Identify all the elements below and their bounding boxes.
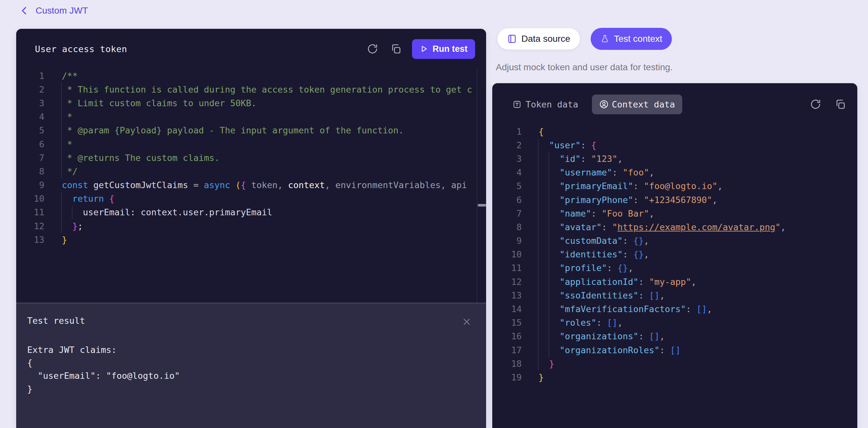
test-result-output: Extra JWT claims:{ "userEmail": "foo@log…	[27, 343, 180, 395]
indent-guide	[61, 83, 62, 178]
line-number: 3	[16, 98, 44, 108]
editor-header: User access token Run test	[16, 29, 486, 69]
tab-data-source-label: Data source	[521, 34, 570, 44]
back-link-custom-jwt[interactable]: Custom JWT	[36, 5, 88, 16]
line-number: 11	[492, 263, 522, 273]
play-icon	[420, 45, 428, 53]
code-line: 3 * Limit custom claims to under 50KB.	[16, 96, 477, 110]
code-line: 8 */	[16, 164, 477, 178]
line-number: 19	[492, 372, 522, 383]
code-line: 7 "name": "Foo Bar",	[492, 207, 857, 220]
panel-left-icon	[507, 34, 517, 44]
code-editor[interactable]: 1/**2 * This function is called during t…	[16, 69, 477, 246]
line-number: 11	[16, 207, 44, 217]
line-number: 10	[492, 249, 522, 259]
line-number: 7	[16, 153, 44, 163]
code-line: 13}	[16, 233, 477, 246]
code-line: 6 *	[16, 137, 477, 151]
code-line: 14 "mfaVerificationFactors": [],	[492, 302, 857, 316]
tab-context-data[interactable]: Context data	[592, 95, 682, 114]
code-line: 1/**	[16, 69, 477, 83]
tab-test-context[interactable]: Test context	[591, 28, 672, 50]
tab-token-data-label: Token data	[526, 99, 578, 110]
line-number: 8	[492, 222, 522, 232]
back-chevron-icon[interactable]	[18, 4, 30, 17]
close-icon[interactable]	[461, 316, 473, 328]
line-number: 13	[16, 235, 44, 245]
output-line: Extra JWT claims:	[27, 343, 180, 356]
line-number: 4	[492, 167, 522, 177]
code-line: 11 userEmail: context.user.primaryEmail	[16, 206, 477, 219]
indent-guide	[538, 138, 538, 371]
user-access-token-panel: User access token Run test 1/**2 * This …	[16, 29, 486, 428]
right-panel-tabs: Data source Test context	[497, 28, 672, 50]
code-line: 13 "ssoIdentities": [],	[492, 288, 857, 302]
code-line: 12 "applicationId": "my-app",	[492, 275, 857, 288]
refresh-icon[interactable]	[809, 98, 822, 111]
line-number: 12	[492, 277, 522, 287]
line-number: 14	[492, 304, 522, 314]
code-line: 2 * This function is called during the a…	[16, 83, 477, 96]
line-number: 15	[492, 317, 522, 328]
user-circle-icon	[599, 99, 609, 109]
line-number: 5	[16, 125, 44, 135]
refresh-icon[interactable]	[366, 42, 379, 55]
code-line: 4 *	[16, 110, 477, 124]
test-result-title: Test result	[27, 316, 85, 326]
code-line: 18 }	[492, 357, 857, 370]
scrollbar-thumb[interactable]	[478, 204, 486, 207]
tab-context-data-label: Context data	[612, 99, 675, 110]
code-line: 19}	[492, 370, 857, 384]
code-line: 11 "profile": {},	[492, 261, 857, 275]
code-line: 6 "primaryPhone": "+1234567890",	[492, 193, 857, 207]
run-test-label: Run test	[433, 44, 468, 54]
line-number: 18	[492, 359, 522, 369]
line-number: 17	[492, 345, 522, 355]
line-number: 4	[16, 112, 44, 122]
line-number: 13	[492, 291, 522, 300]
line-number: 9	[16, 180, 44, 190]
code-line: 5 "primaryEmail": "foo@logto.io",	[492, 179, 857, 193]
tab-token-data[interactable]: Token data	[513, 99, 578, 110]
code-line: 17 "organizationRoles": []	[492, 343, 857, 357]
line-number: 1	[16, 71, 44, 81]
copy-icon[interactable]	[834, 98, 847, 111]
breadcrumb: Custom JWT	[18, 4, 88, 17]
copy-icon[interactable]	[389, 42, 402, 55]
code-line: 10 "identities": {},	[492, 248, 857, 261]
code-line: 8 "avatar": "https://example.com/avatar.…	[492, 220, 857, 234]
line-number: 16	[492, 331, 522, 341]
token-icon	[513, 100, 521, 109]
code-line: 9const getCustomJwtClaims = async ({ tok…	[16, 178, 477, 192]
code-line: 7 * @returns The custom claims.	[16, 151, 477, 164]
output-line: "userEmail": "foo@logto.io"	[27, 369, 180, 383]
line-number: 2	[16, 85, 44, 95]
line-number: 9	[492, 236, 522, 246]
indent-guide	[61, 192, 62, 233]
test-result-panel: Test result Extra JWT claims:{ "userEmai…	[16, 303, 486, 428]
code-line: 16 "organizations": [],	[492, 330, 857, 343]
flask-icon	[600, 34, 610, 43]
line-number: 5	[492, 181, 522, 191]
line-number: 12	[16, 221, 44, 231]
indent-guide	[549, 152, 549, 357]
code-line: 3 "id": "123",	[492, 152, 857, 165]
line-number: 8	[16, 166, 44, 177]
tab-test-context-label: Test context	[614, 34, 662, 44]
context-json-editor[interactable]: 1{2 "user": {3 "id": "123",4 "username":…	[492, 125, 857, 384]
code-line: 1{	[492, 125, 857, 138]
line-number: 6	[492, 195, 522, 205]
tab-data-source[interactable]: Data source	[497, 28, 580, 50]
code-line: 2 "user": {	[492, 138, 857, 152]
line-number: 7	[492, 209, 522, 218]
indent-guide	[72, 206, 72, 219]
test-context-panel: Token data Context data 1{2 "user": {3 "…	[492, 83, 857, 428]
output-line: }	[27, 383, 180, 395]
description-text: Adjust mock token and user data for test…	[496, 62, 673, 72]
run-test-button[interactable]: Run test	[412, 39, 475, 59]
code-line: 5 * @param {Payload} payload - The input…	[16, 124, 477, 137]
code-line: 4 "username": "foo",	[492, 166, 857, 179]
code-line: 9 "customData": {},	[492, 234, 857, 248]
code-line: 12 };	[16, 219, 477, 233]
code-line: 15 "roles": [],	[492, 316, 857, 330]
